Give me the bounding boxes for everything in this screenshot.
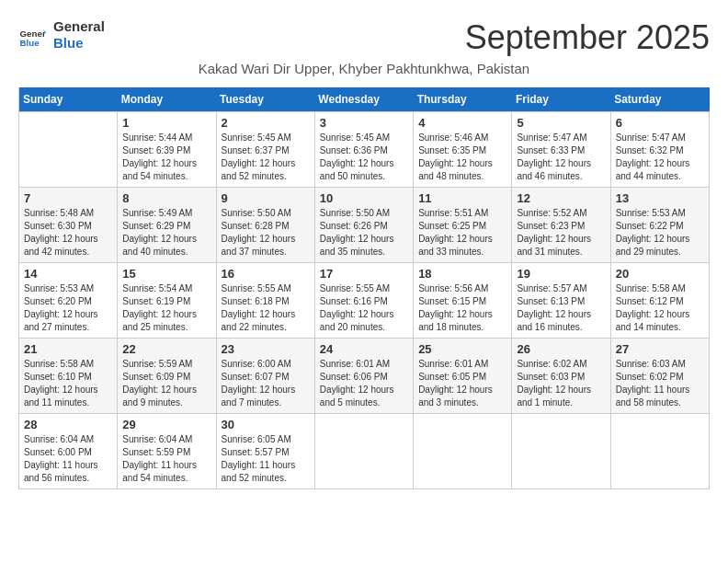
weekday-header-sunday: Sunday bbox=[19, 87, 118, 112]
day-number: 28 bbox=[24, 418, 112, 431]
calendar-cell: 11Sunrise: 5:51 AM Sunset: 6:25 PM Dayli… bbox=[414, 188, 512, 263]
calendar-cell: 12Sunrise: 5:52 AM Sunset: 6:23 PM Dayli… bbox=[512, 188, 610, 263]
day-number: 30 bbox=[222, 418, 310, 431]
weekday-header-row: SundayMondayTuesdayWednesdayThursdayFrid… bbox=[19, 87, 710, 112]
day-number: 3 bbox=[320, 116, 408, 130]
day-info: Sunrise: 6:01 AM Sunset: 6:05 PM Dayligh… bbox=[418, 358, 506, 409]
day-info: Sunrise: 6:00 AM Sunset: 6:07 PM Dayligh… bbox=[222, 358, 310, 409]
day-info: Sunrise: 5:58 AM Sunset: 6:10 PM Dayligh… bbox=[24, 358, 112, 409]
calendar-week-row: 1Sunrise: 5:44 AM Sunset: 6:39 PM Daylig… bbox=[19, 112, 710, 188]
day-number: 27 bbox=[616, 342, 704, 356]
calendar-cell: 4Sunrise: 5:46 AM Sunset: 6:35 PM Daylig… bbox=[414, 112, 512, 188]
day-info: Sunrise: 5:58 AM Sunset: 6:12 PM Dayligh… bbox=[616, 282, 704, 334]
day-info: Sunrise: 6:05 AM Sunset: 5:57 PM Dayligh… bbox=[222, 433, 310, 485]
calendar-cell: 1Sunrise: 5:44 AM Sunset: 6:39 PM Daylig… bbox=[118, 112, 216, 188]
day-number: 21 bbox=[24, 342, 112, 356]
day-info: Sunrise: 5:52 AM Sunset: 6:23 PM Dayligh… bbox=[517, 207, 605, 259]
day-number: 9 bbox=[222, 191, 310, 205]
day-info: Sunrise: 5:50 AM Sunset: 6:26 PM Dayligh… bbox=[320, 207, 408, 259]
day-number: 26 bbox=[517, 342, 605, 356]
weekday-header-wednesday: Wednesday bbox=[314, 87, 413, 112]
title-section: September 2025 bbox=[465, 18, 710, 57]
day-info: Sunrise: 5:46 AM Sunset: 6:35 PM Dayligh… bbox=[418, 132, 506, 183]
calendar-cell: 29Sunrise: 6:04 AM Sunset: 5:59 PM Dayli… bbox=[118, 414, 216, 489]
calendar-cell: 5Sunrise: 5:47 AM Sunset: 6:33 PM Daylig… bbox=[512, 112, 610, 188]
day-info: Sunrise: 5:45 AM Sunset: 6:36 PM Dayligh… bbox=[320, 132, 408, 183]
day-info: Sunrise: 5:47 AM Sunset: 6:32 PM Dayligh… bbox=[616, 132, 704, 183]
weekday-header-monday: Monday bbox=[118, 87, 216, 112]
calendar-cell: 8Sunrise: 5:49 AM Sunset: 6:29 PM Daylig… bbox=[118, 188, 216, 263]
calendar-cell: 25Sunrise: 6:01 AM Sunset: 6:05 PM Dayli… bbox=[414, 339, 512, 414]
day-number: 13 bbox=[616, 191, 704, 205]
day-info: Sunrise: 5:53 AM Sunset: 6:20 PM Dayligh… bbox=[24, 282, 112, 334]
calendar-cell: 7Sunrise: 5:48 AM Sunset: 6:30 PM Daylig… bbox=[19, 188, 118, 263]
calendar-week-row: 14Sunrise: 5:53 AM Sunset: 6:20 PM Dayli… bbox=[19, 263, 710, 339]
day-info: Sunrise: 6:04 AM Sunset: 6:00 PM Dayligh… bbox=[24, 433, 112, 485]
day-info: Sunrise: 6:04 AM Sunset: 5:59 PM Dayligh… bbox=[122, 433, 210, 485]
weekday-header-tuesday: Tuesday bbox=[216, 87, 314, 112]
day-number: 5 bbox=[517, 116, 605, 130]
day-number: 8 bbox=[122, 191, 210, 205]
calendar-cell: 6Sunrise: 5:47 AM Sunset: 6:32 PM Daylig… bbox=[610, 112, 709, 188]
day-number: 11 bbox=[418, 191, 506, 205]
subtitle: Kakad Wari Dir Upper, Khyber Pakhtunkhwa… bbox=[18, 61, 710, 76]
calendar-cell: 13Sunrise: 5:53 AM Sunset: 6:22 PM Dayli… bbox=[610, 188, 709, 263]
calendar-cell: 21Sunrise: 5:58 AM Sunset: 6:10 PM Dayli… bbox=[19, 339, 118, 414]
calendar-cell bbox=[610, 414, 709, 489]
weekday-header-thursday: Thursday bbox=[414, 87, 512, 112]
day-number: 22 bbox=[122, 342, 210, 356]
day-number: 15 bbox=[122, 267, 210, 281]
day-number: 24 bbox=[320, 342, 408, 356]
month-title: September 2025 bbox=[465, 18, 710, 57]
day-info: Sunrise: 5:57 AM Sunset: 6:13 PM Dayligh… bbox=[517, 282, 605, 334]
calendar-week-row: 7Sunrise: 5:48 AM Sunset: 6:30 PM Daylig… bbox=[19, 188, 710, 263]
logo-icon: General Blue bbox=[18, 21, 46, 49]
day-info: Sunrise: 5:53 AM Sunset: 6:22 PM Dayligh… bbox=[616, 207, 704, 259]
day-number: 29 bbox=[122, 418, 210, 431]
calendar-cell: 23Sunrise: 6:00 AM Sunset: 6:07 PM Dayli… bbox=[216, 339, 314, 414]
day-number: 14 bbox=[24, 267, 112, 281]
calendar-cell bbox=[19, 112, 118, 188]
day-number: 4 bbox=[418, 116, 506, 130]
day-number: 10 bbox=[320, 191, 408, 205]
weekday-header-saturday: Saturday bbox=[610, 87, 709, 112]
day-number: 19 bbox=[517, 267, 605, 281]
svg-text:Blue: Blue bbox=[20, 38, 40, 48]
day-number: 2 bbox=[222, 116, 310, 130]
day-info: Sunrise: 6:02 AM Sunset: 6:03 PM Dayligh… bbox=[517, 358, 605, 409]
calendar-cell: 16Sunrise: 5:55 AM Sunset: 6:18 PM Dayli… bbox=[216, 263, 314, 339]
day-info: Sunrise: 5:51 AM Sunset: 6:25 PM Dayligh… bbox=[418, 207, 506, 259]
day-info: Sunrise: 5:48 AM Sunset: 6:30 PM Dayligh… bbox=[24, 207, 112, 259]
day-number: 18 bbox=[418, 267, 506, 281]
calendar-table: SundayMondayTuesdayWednesdayThursdayFrid… bbox=[18, 87, 710, 489]
day-number: 1 bbox=[122, 116, 210, 130]
calendar-cell bbox=[414, 414, 512, 489]
day-info: Sunrise: 5:56 AM Sunset: 6:15 PM Dayligh… bbox=[418, 282, 506, 334]
calendar-cell: 20Sunrise: 5:58 AM Sunset: 6:12 PM Dayli… bbox=[610, 263, 709, 339]
calendar-cell bbox=[314, 414, 413, 489]
logo: General Blue General Blue bbox=[18, 18, 105, 52]
calendar-cell bbox=[512, 414, 610, 489]
calendar-cell: 26Sunrise: 6:02 AM Sunset: 6:03 PM Dayli… bbox=[512, 339, 610, 414]
calendar-cell: 10Sunrise: 5:50 AM Sunset: 6:26 PM Dayli… bbox=[314, 188, 413, 263]
calendar-week-row: 28Sunrise: 6:04 AM Sunset: 6:00 PM Dayli… bbox=[19, 414, 710, 489]
calendar-cell: 9Sunrise: 5:50 AM Sunset: 6:28 PM Daylig… bbox=[216, 188, 314, 263]
svg-text:General: General bbox=[20, 29, 47, 39]
calendar-cell: 17Sunrise: 5:55 AM Sunset: 6:16 PM Dayli… bbox=[314, 263, 413, 339]
day-info: Sunrise: 5:59 AM Sunset: 6:09 PM Dayligh… bbox=[122, 358, 210, 409]
day-info: Sunrise: 5:47 AM Sunset: 6:33 PM Dayligh… bbox=[517, 132, 605, 183]
day-number: 25 bbox=[418, 342, 506, 356]
calendar-cell: 22Sunrise: 5:59 AM Sunset: 6:09 PM Dayli… bbox=[118, 339, 216, 414]
day-number: 17 bbox=[320, 267, 408, 281]
calendar-cell: 19Sunrise: 5:57 AM Sunset: 6:13 PM Dayli… bbox=[512, 263, 610, 339]
day-number: 12 bbox=[517, 191, 605, 205]
day-info: Sunrise: 5:55 AM Sunset: 6:16 PM Dayligh… bbox=[320, 282, 408, 334]
day-info: Sunrise: 5:45 AM Sunset: 6:37 PM Dayligh… bbox=[222, 132, 310, 183]
logo-line2: Blue bbox=[53, 35, 105, 52]
day-number: 6 bbox=[616, 116, 704, 130]
day-number: 20 bbox=[616, 267, 704, 281]
calendar-cell: 24Sunrise: 6:01 AM Sunset: 6:06 PM Dayli… bbox=[314, 339, 413, 414]
calendar-cell: 14Sunrise: 5:53 AM Sunset: 6:20 PM Dayli… bbox=[19, 263, 118, 339]
day-info: Sunrise: 5:55 AM Sunset: 6:18 PM Dayligh… bbox=[222, 282, 310, 334]
calendar-cell: 28Sunrise: 6:04 AM Sunset: 6:00 PM Dayli… bbox=[19, 414, 118, 489]
